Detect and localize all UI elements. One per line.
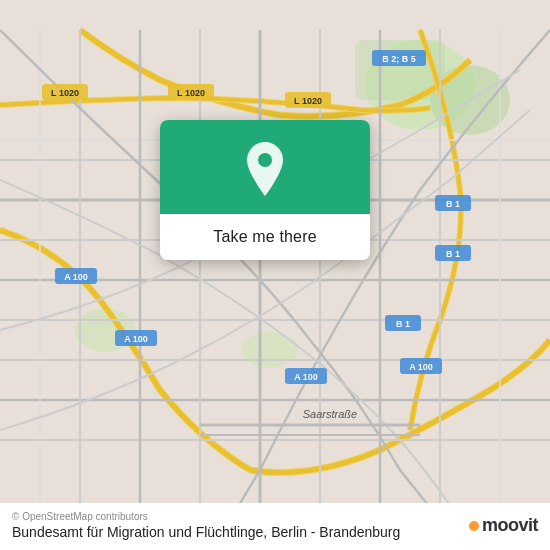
svg-point-5 — [242, 332, 298, 368]
map-svg: A 100 A 100 A 100 A 100 B 1 B 1 B 1 B 2;… — [0, 0, 550, 550]
svg-text:L 1020: L 1020 — [294, 96, 322, 106]
svg-text:B 2; B 5: B 2; B 5 — [382, 54, 416, 64]
svg-text:A 100: A 100 — [294, 372, 318, 382]
svg-text:A 100: A 100 — [64, 272, 88, 282]
svg-text:B 1: B 1 — [396, 319, 410, 329]
svg-text:L 1020: L 1020 — [177, 88, 205, 98]
svg-text:Saarstraße: Saarstraße — [303, 408, 357, 420]
svg-text:B 1: B 1 — [446, 249, 460, 259]
location-title: Bundesamt für Migration und Flüchtlinge,… — [12, 524, 538, 540]
svg-text:B 1: B 1 — [446, 199, 460, 209]
moovit-dot — [469, 521, 479, 531]
svg-text:A 100: A 100 — [409, 362, 433, 372]
bottom-bar: © OpenStreetMap contributors Bundesamt f… — [0, 503, 550, 550]
svg-point-49 — [258, 153, 272, 167]
moovit-logo: moovit — [469, 515, 538, 536]
location-pin-icon — [243, 142, 287, 196]
take-me-there-button[interactable]: Take me there — [160, 214, 370, 260]
copyright-text: © OpenStreetMap contributors — [12, 511, 538, 522]
popup-card: Take me there — [160, 120, 370, 260]
moovit-text: moovit — [482, 515, 538, 536]
map-container: A 100 A 100 A 100 A 100 B 1 B 1 B 1 B 2;… — [0, 0, 550, 550]
svg-text:A 100: A 100 — [124, 334, 148, 344]
popup-header — [160, 120, 370, 214]
svg-text:L 1020: L 1020 — [51, 88, 79, 98]
